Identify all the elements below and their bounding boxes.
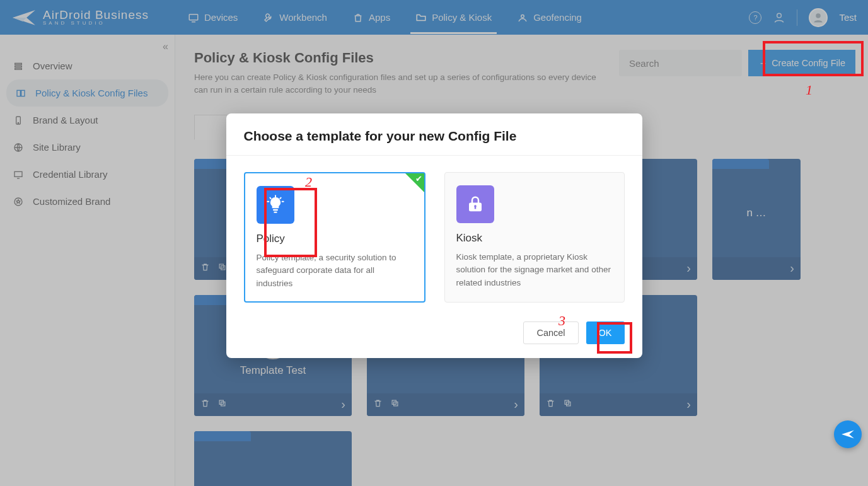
ok-button[interactable]: OK (586, 321, 625, 344)
template-card-kiosk[interactable]: Kiosk Kiosk template, a proprietary Kios… (444, 172, 625, 303)
check-icon: ✔ (415, 174, 422, 183)
template-name: Kiosk (456, 232, 613, 245)
modal-overlay: Choose a template for your new Config Fi… (0, 0, 868, 486)
paper-plane-icon (841, 429, 855, 440)
floating-help-button[interactable] (834, 420, 862, 448)
template-desc: Kiosk template, a proprietary Kiosk solu… (456, 251, 613, 289)
lightbulb-icon (257, 186, 294, 224)
svg-rect-29 (274, 212, 277, 213)
modal-title: Choose a template for your new Config Fi… (244, 129, 625, 144)
template-modal: Choose a template for your new Config Fi… (226, 113, 642, 358)
lock-icon (456, 185, 494, 223)
modal-header: Choose a template for your new Config Fi… (226, 113, 642, 156)
template-card-policy[interactable]: ✔ Policy Policy template, a security sol… (244, 172, 425, 303)
svg-rect-28 (273, 209, 278, 211)
template-name: Policy (257, 233, 413, 245)
cancel-button[interactable]: Cancel (523, 321, 578, 344)
template-desc: Policy template, a security solution to … (257, 252, 413, 290)
